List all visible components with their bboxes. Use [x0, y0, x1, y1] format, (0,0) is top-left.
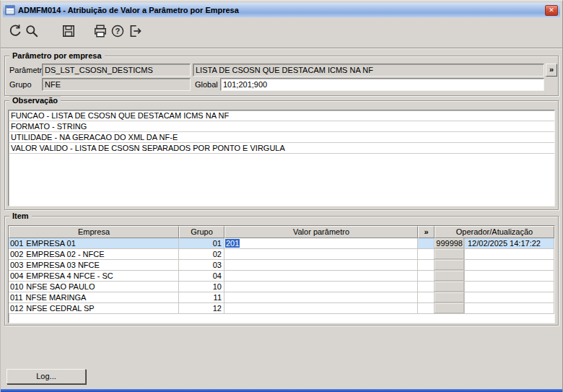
operador-box	[435, 303, 465, 313]
atualizacao-text	[465, 260, 468, 270]
expand-column-header[interactable]: »	[418, 226, 435, 238]
toolbar: ?	[3, 19, 560, 46]
operador-cell	[435, 282, 554, 292]
empresa-cell[interactable]: 004EMPRESA 4 NFCE - SC	[9, 271, 179, 281]
atualizacao-text	[465, 282, 468, 292]
empresa-code: 011	[10, 293, 23, 302]
param-expand-button[interactable]: »	[546, 64, 557, 77]
param-group-legend: Parâmetro por empresa	[9, 51, 105, 61]
valor-cell-editor[interactable]: 201	[224, 238, 418, 248]
atualizacao-text	[465, 303, 468, 313]
close-button[interactable]: ✕	[545, 5, 558, 16]
operador-cell	[435, 303, 554, 313]
table-row[interactable]: 001EMPRESA 01 01 201 999998 12/02/2025 1…	[9, 238, 554, 249]
window-icon	[5, 5, 15, 15]
exit-button[interactable]	[126, 22, 144, 40]
expand-cell[interactable]	[418, 249, 435, 259]
table-row[interactable]: 012NFSE CEDRAL SP 12	[9, 303, 554, 314]
grupo-cell[interactable]: 02	[179, 249, 224, 259]
empresa-name: NFSE MARINGA	[26, 293, 87, 302]
operador-box	[435, 282, 465, 292]
expand-cell[interactable]	[418, 260, 435, 270]
empresa-cell[interactable]: 012NFSE CEDRAL SP	[9, 303, 179, 313]
valor-cell[interactable]	[224, 303, 418, 313]
table-row[interactable]: 010NFSE SAO PAULO 10	[9, 282, 554, 292]
observacao-groupbox: Observação FUNCAO - LISTA DE CSOSN QUE D…	[4, 100, 559, 210]
empresa-code: 002	[10, 250, 23, 258]
atualizacao-text: 12/02/2025 14:17:22	[465, 238, 541, 248]
atualizacao-text	[465, 249, 468, 259]
grupo-cell[interactable]: 11	[179, 292, 224, 302]
close-icon: ✕	[549, 6, 554, 14]
item-grid: Empresa Grupo Valor parâmetro » Operador…	[8, 225, 555, 323]
observacao-line: UTILIDADE - NA GERACAO DO XML DA NF-E	[9, 132, 554, 143]
operador-cell	[435, 292, 554, 302]
search-button[interactable]	[22, 22, 41, 40]
observacao-legend: Observação	[9, 96, 61, 105]
empresa-name: EMPRESA 01	[26, 239, 75, 248]
expand-cell[interactable]	[418, 271, 435, 281]
empresa-cell[interactable]: 003EMPRESA 03 NFCE	[9, 260, 179, 270]
empresa-name: NFSE SAO PAULO	[26, 282, 95, 291]
empresa-name: EMPRESA 03 NFCE	[26, 261, 99, 269]
empresa-name: EMPRESA 02 - NFCE	[26, 250, 104, 258]
titlebar[interactable]: ADMFM014 - Atribuição de Valor a Parâmet…	[3, 3, 560, 17]
print-icon	[93, 24, 108, 38]
empresa-code: 001	[10, 239, 23, 248]
operador-box	[435, 292, 465, 302]
empresa-cell[interactable]: 001EMPRESA 01	[9, 238, 179, 248]
table-row[interactable]: 002EMPRESA 02 - NFCE 02	[9, 249, 554, 260]
table-row[interactable]: 011NFSE MARINGA 11	[9, 292, 554, 303]
app-window: ADMFM014 - Atribuição de Valor a Parâmet…	[0, 0, 563, 392]
grupo-cell[interactable]: 12	[179, 303, 224, 313]
param-desc-field[interactable]: LISTA DE CSOSN QUE DESTACAM ICMS NA NF	[193, 64, 544, 77]
help-button[interactable]: ?	[108, 22, 127, 40]
valor-cell[interactable]	[224, 260, 418, 270]
grupo-cell[interactable]: 04	[179, 271, 224, 281]
table-row[interactable]: 004EMPRESA 4 NFCE - SC 04	[9, 271, 554, 282]
svg-text:?: ?	[115, 27, 121, 35]
param-code-field[interactable]: DS_LST_CSOSN_DESTICMS	[42, 64, 191, 77]
grupo-cell[interactable]: 01	[179, 238, 224, 248]
expand-cell[interactable]	[418, 282, 435, 292]
global-field[interactable]: 101;201;900	[220, 78, 544, 91]
observacao-memo[interactable]: FUNCAO - LISTA DE CSOSN QUE DESTACAM ICM…	[8, 110, 555, 206]
print-button[interactable]	[91, 22, 110, 40]
empresa-cell[interactable]: 010NFSE SAO PAULO	[9, 282, 179, 292]
operador-column-header[interactable]: Operador/Atualização	[435, 226, 554, 238]
observacao-line: FORMATO - STRING	[9, 121, 554, 132]
empresa-name: EMPRESA 4 NFCE - SC	[26, 271, 113, 280]
global-label: Global	[195, 80, 218, 89]
operador-cell	[435, 249, 554, 259]
save-button[interactable]	[59, 22, 78, 40]
grupo-column-header[interactable]: Grupo	[179, 226, 224, 238]
table-row[interactable]: 003EMPRESA 03 NFCE 03	[9, 260, 554, 271]
log-button[interactable]: Log...	[6, 369, 86, 384]
empresa-code: 004	[10, 271, 23, 280]
window-bottom-border	[1, 389, 562, 392]
valor-cell[interactable]	[224, 249, 418, 259]
expand-cell[interactable]	[418, 303, 435, 313]
valor-column-header[interactable]: Valor parâmetro	[224, 226, 418, 238]
operador-cell	[435, 271, 554, 281]
grupo-cell[interactable]: 10	[179, 282, 224, 292]
empresa-column-header[interactable]: Empresa	[9, 226, 179, 238]
valor-cell[interactable]	[224, 282, 418, 292]
operador-cell: 999998 12/02/2025 14:17:22	[435, 238, 554, 248]
operador-cell	[435, 260, 554, 270]
valor-cell[interactable]	[224, 292, 418, 302]
grupo-cell[interactable]: 03	[179, 260, 224, 270]
window-title: ADMFM014 - Atribuição de Valor a Parâmet…	[18, 6, 542, 14]
expand-cell[interactable]	[418, 292, 435, 302]
empresa-cell[interactable]: 011NFSE MARINGA	[9, 292, 179, 302]
empresa-cell[interactable]: 002EMPRESA 02 - NFCE	[9, 249, 179, 259]
observacao-line: FUNCAO - LISTA DE CSOSN QUE DESTACAM ICM…	[9, 110, 554, 121]
empresa-code: 003	[10, 261, 23, 269]
operador-box: 999998	[435, 238, 465, 248]
grupo-field[interactable]: NFE	[42, 78, 191, 91]
help-icon: ?	[110, 24, 125, 38]
empresa-code: 010	[10, 282, 23, 291]
expand-cell[interactable]	[418, 238, 435, 248]
atualizacao-text	[465, 271, 468, 281]
valor-cell[interactable]	[224, 271, 418, 281]
